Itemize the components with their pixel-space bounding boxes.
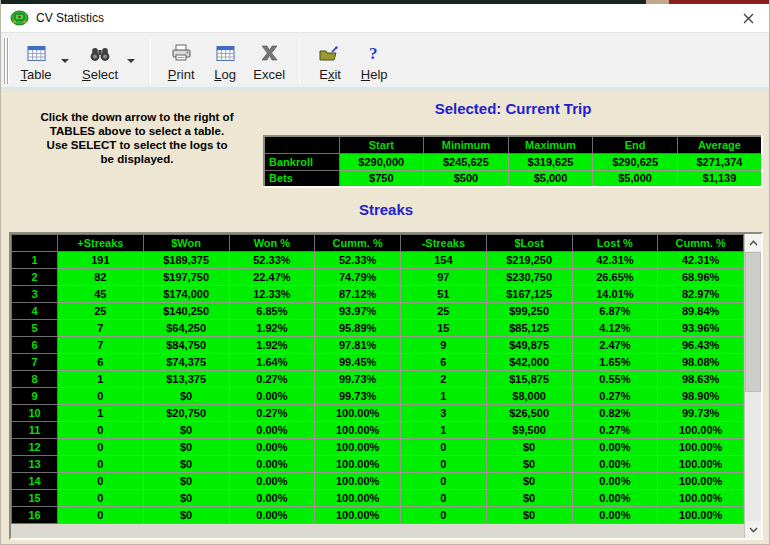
streak-length-cell: 10	[12, 405, 58, 422]
summary-header-cell: Start	[339, 136, 424, 153]
streaks-value-cell: 99.45%	[315, 354, 401, 371]
streaks-value-cell: $0	[143, 473, 229, 490]
summary-row-label: Bankroll	[264, 153, 339, 170]
log-button-label: Log	[214, 67, 236, 82]
streaks-value-cell: 0	[401, 439, 487, 456]
streaks-value-cell: 98.90%	[658, 388, 744, 405]
summary-row-label: Bets	[264, 170, 339, 187]
streaks-value-cell: 0	[401, 456, 487, 473]
summary-header-cell: Maximum	[508, 136, 593, 153]
table-grid-icon	[27, 42, 46, 64]
scroll-down-button[interactable]	[745, 521, 761, 538]
excel-button[interactable]: Excel	[247, 36, 291, 86]
close-button[interactable]	[725, 4, 770, 32]
streak-length-cell: 13	[12, 456, 58, 473]
summary-table: StartMinimumMaximumEndAverageBankroll$29…	[263, 135, 763, 188]
streak-length-cell: 1	[12, 252, 58, 269]
streaks-value-cell: 7	[58, 337, 144, 354]
streaks-value-cell: $84,750	[143, 337, 229, 354]
scrollbar-thumb[interactable]	[745, 252, 761, 392]
chevron-down-icon	[61, 59, 69, 63]
select-button[interactable]: Select	[76, 36, 124, 86]
streaks-value-cell: 100.00%	[658, 507, 744, 524]
select-dropdown-arrow[interactable]	[124, 36, 138, 86]
streaks-value-cell: 1	[58, 405, 144, 422]
streaks-row: 76$74,3751.64%99.45%6$42,0001.65%98.08%	[12, 354, 744, 371]
streaks-value-cell: 0.00%	[229, 456, 315, 473]
print-button[interactable]: Print	[159, 36, 203, 86]
streaks-value-cell: 9	[401, 337, 487, 354]
streaks-value-cell: 100.00%	[658, 490, 744, 507]
streaks-value-cell: $13,375	[143, 371, 229, 388]
streaks-value-cell: 52.33%	[229, 252, 315, 269]
streaks-value-cell: 95.89%	[315, 320, 401, 337]
select-button-label: Select	[82, 67, 118, 82]
streaks-value-cell: 0	[58, 507, 144, 524]
table-button-label: Table	[20, 67, 51, 82]
help-button[interactable]: ? Help	[352, 36, 396, 86]
streaks-value-cell: $167,125	[486, 286, 572, 303]
exit-folder-icon	[319, 42, 341, 64]
streaks-header-cell: $Won	[143, 235, 229, 252]
streaks-value-cell: 96.43%	[658, 337, 744, 354]
streaks-value-cell: 52.33%	[315, 252, 401, 269]
streaks-value-cell: 82	[58, 269, 144, 286]
streaks-value-cell: 100.00%	[315, 456, 401, 473]
svg-text:?: ?	[369, 44, 378, 62]
streaks-row: 120$00.00%100.00%0$00.00%100.00%	[12, 439, 744, 456]
streaks-value-cell: $0	[143, 439, 229, 456]
streaks-row: 90$00.00%99.73%1$8,0000.27%98.90%	[12, 388, 744, 405]
toolbar-gripper[interactable]	[4, 38, 11, 84]
streaks-value-cell: 22.47%	[229, 269, 315, 286]
streaks-value-cell: $197,750	[143, 269, 229, 286]
streak-length-cell: 3	[12, 286, 58, 303]
streaks-value-cell: 0.27%	[229, 405, 315, 422]
streaks-row: 140$00.00%100.00%0$00.00%100.00%	[12, 473, 744, 490]
streaks-value-cell: 15	[401, 320, 487, 337]
streaks-value-cell: $9,500	[486, 422, 572, 439]
streaks-value-cell: $8,000	[486, 388, 572, 405]
streaks-value-cell: $0	[143, 507, 229, 524]
scroll-up-button[interactable]	[745, 234, 761, 251]
streaks-value-cell: 51	[401, 286, 487, 303]
streaks-row: 1191$189,37552.33%52.33%154$219,25042.31…	[12, 252, 744, 269]
streaks-header-cell: +Streaks	[58, 235, 144, 252]
streaks-value-cell: $85,125	[486, 320, 572, 337]
streaks-header-cell: Lost %	[572, 235, 658, 252]
table-dropdown-arrow[interactable]	[58, 36, 72, 86]
streaks-value-cell: $0	[143, 490, 229, 507]
streaks-value-cell: 6	[58, 354, 144, 371]
table-button[interactable]: Table	[14, 36, 58, 86]
streaks-header-cell: $Lost	[486, 235, 572, 252]
summary-header-cell: End	[593, 136, 678, 153]
streaks-header-cell: Won %	[229, 235, 315, 252]
streaks-value-cell: 1.65%	[572, 354, 658, 371]
cv-statistics-window: CV Statistics Table	[0, 0, 770, 545]
exit-button[interactable]: Exit	[308, 36, 352, 86]
streaks-table: +Streaks$WonWon %Cumm. %-Streaks$LostLos…	[11, 234, 744, 524]
streak-length-cell: 2	[12, 269, 58, 286]
vertical-scrollbar[interactable]	[744, 234, 761, 538]
streaks-value-cell: $0	[143, 422, 229, 439]
summary-value-cell: $290,000	[339, 153, 424, 170]
streaks-value-cell: 82.97%	[658, 286, 744, 303]
streaks-value-cell: 98.63%	[658, 371, 744, 388]
streaks-row: 101$20,7500.27%100.00%3$26,5000.82%99.73…	[12, 405, 744, 422]
streaks-value-cell: 99.73%	[315, 388, 401, 405]
streaks-header-cell: Cumm. %	[315, 235, 401, 252]
streaks-row: 110$00.00%100.00%1$9,5000.27%100.00%	[12, 422, 744, 439]
streaks-value-cell: 93.97%	[315, 303, 401, 320]
log-button[interactable]: Log	[203, 36, 247, 86]
streaks-value-cell: 6.87%	[572, 303, 658, 320]
streaks-value-cell: $174,000	[143, 286, 229, 303]
streaks-value-cell: 100.00%	[315, 473, 401, 490]
streak-length-cell: 15	[12, 490, 58, 507]
streaks-value-cell: 0.00%	[229, 422, 315, 439]
chevron-down-icon	[749, 527, 758, 533]
summary-value-cell: $750	[339, 170, 424, 187]
help-button-label: Help	[361, 67, 388, 82]
streaks-value-cell: $0	[143, 388, 229, 405]
summary-value-cell: $1,139	[677, 170, 762, 187]
streaks-value-cell: $140,250	[143, 303, 229, 320]
streak-length-cell: 5	[12, 320, 58, 337]
